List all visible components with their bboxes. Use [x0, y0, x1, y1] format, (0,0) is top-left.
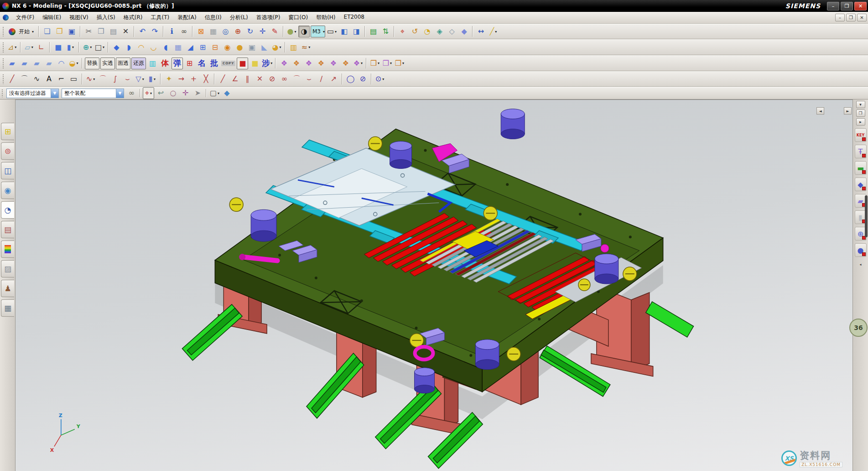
start-button[interactable]: 开始▾ — [6, 26, 36, 37]
variational-sweep-button[interactable]: ◡ — [148, 42, 159, 53]
circle-button[interactable]: ◯ — [345, 73, 356, 85]
mirror-feature-button[interactable]: ⊟ — [209, 42, 221, 53]
tube-button[interactable]: ◖ — [160, 42, 172, 53]
section-surface-caret-icon[interactable]: ▾ — [76, 61, 78, 65]
wcs-triad[interactable]: Z Y X — [50, 413, 81, 454]
selection-swap-button[interactable]: ↩ — [155, 87, 166, 99]
copy-button[interactable]: ❒ — [95, 26, 107, 37]
zoom-window-button[interactable]: ◎ — [220, 26, 231, 37]
undo-button[interactable]: ↶ — [137, 26, 148, 37]
materials-tab[interactable] — [1, 241, 14, 258]
thread-caret-icon[interactable]: ▾ — [308, 45, 310, 49]
assembly-delete-caret-icon[interactable]: ▾ — [361, 61, 363, 65]
cyan-stripes-button[interactable]: ▥ — [147, 58, 158, 69]
history-tab[interactable]: ◔ — [1, 201, 14, 219]
inferred-line-button[interactable]: ∠ — [229, 73, 241, 85]
menu-item-3[interactable]: 插入(S) — [93, 12, 120, 23]
menu-item-12[interactable]: ET2008 — [340, 12, 369, 23]
datum-plane-caret-icon[interactable]: ▾ — [31, 45, 33, 49]
two-circles-button[interactable]: ∞ — [279, 73, 290, 85]
wcs-orient-button[interactable]: ⌖ — [397, 26, 408, 37]
selection-scope-caret-icon[interactable]: ▼ — [116, 89, 124, 98]
center-target-button[interactable]: ⊞ — [184, 58, 195, 69]
cross-line-button[interactable]: ✕ — [254, 73, 265, 85]
menu-item-4[interactable]: 格式(R) — [120, 12, 147, 23]
red-cube-button[interactable]: ■ — [237, 58, 248, 69]
point-snap-caret-icon[interactable]: ▾ — [150, 91, 152, 95]
fill-window-button[interactable]: ▦ — [208, 26, 219, 37]
touch-tab[interactable]: ▦ — [1, 299, 14, 317]
delete-button[interactable]: ✕ — [120, 26, 131, 37]
sketch-caret-icon[interactable]: ▾ — [15, 45, 16, 49]
spring-char-button[interactable]: 弹 — [172, 58, 183, 69]
revolve-button[interactable]: ◗ — [123, 42, 135, 53]
assembly-copy-caret-icon[interactable]: ▾ — [378, 61, 379, 65]
batch-char-button[interactable]: 批 — [208, 58, 220, 69]
corner-line-button[interactable]: ∕ — [316, 73, 327, 85]
circle-tangent-button[interactable]: ⊘ — [266, 73, 278, 85]
rotate-view-button[interactable]: ↻ — [244, 26, 256, 37]
thread-button[interactable]: ≈▾ — [300, 42, 312, 53]
sweep-along-guide-button[interactable]: ◠ — [135, 42, 147, 53]
panel-restore-button[interactable]: ❐ — [856, 110, 865, 117]
visualization-button[interactable]: ◈ — [434, 26, 445, 37]
section-surface-button[interactable]: ◒▾ — [68, 58, 79, 69]
circle-diameter-button[interactable]: ⊘ — [357, 73, 369, 85]
trim-body-button[interactable]: ◢ — [185, 42, 196, 53]
move-to-layer-button[interactable]: ⇅ — [380, 26, 391, 37]
menu-item-0[interactable]: 文件(F) — [12, 12, 38, 23]
arc-button[interactable]: ⌒ — [19, 73, 30, 85]
through-curves-button[interactable]: ▰ — [19, 58, 30, 69]
reuse-bolt-button[interactable]: Ŧ — [855, 145, 867, 158]
spline-fit-button[interactable]: ∿▾ — [85, 73, 96, 85]
edit-section-button[interactable]: ✎ — [269, 26, 281, 37]
cut-button[interactable]: ✂ — [83, 26, 94, 37]
yellow-cube-button[interactable]: ■ — [249, 58, 260, 69]
marquee-select-button[interactable]: ▢▾ — [209, 87, 220, 99]
wcs-dynamics-button[interactable]: ↺ — [409, 26, 421, 37]
interference-char-button[interactable]: 涉▾ — [261, 58, 273, 69]
snap-hand-button[interactable]: ➤ — [192, 87, 203, 99]
zoom-in-out-button[interactable]: ⊕ — [232, 26, 244, 37]
open-file-button[interactable]: ❐ — [54, 26, 65, 37]
extract-curve-button[interactable]: ▮▾ — [146, 73, 158, 85]
shaded-display-button[interactable]: ◑ — [298, 26, 310, 37]
unite-button[interactable]: ⊕▾ — [82, 42, 93, 53]
child-restore-button[interactable]: ❐ — [846, 14, 856, 21]
snap-arrow-button[interactable]: → — [176, 73, 187, 85]
roles-tab[interactable]: ▨ — [1, 260, 14, 277]
project-curve-button[interactable]: ▽▾ — [134, 73, 146, 85]
internet-explorer-tab[interactable]: ◉ — [1, 182, 14, 199]
clip-section-left-button[interactable]: ◧ — [338, 26, 350, 37]
part-navigator-tab[interactable]: ◫ — [1, 162, 14, 179]
panel-collapse-button[interactable]: ◂ — [858, 262, 863, 268]
menu-item-11[interactable]: 帮助(H) — [312, 12, 339, 23]
immediate-hide-button[interactable]: ◆ — [458, 26, 470, 37]
cylinder-button[interactable]: ▮▾ — [65, 42, 76, 53]
edge-blend-caret-icon[interactable]: ▾ — [279, 45, 281, 49]
unite-caret-icon[interactable]: ▾ — [90, 45, 92, 49]
point-snap-button[interactable]: ⌖▾ — [143, 87, 154, 99]
assembly-dimension-caret-icon[interactable]: ▾ — [402, 61, 404, 65]
pocket-button[interactable]: ▣ — [246, 42, 258, 53]
new-file-button[interactable]: ❏ — [42, 26, 53, 37]
die-assembly-model[interactable]: NO STEP — [16, 100, 852, 471]
toolbar-grip[interactable] — [2, 42, 5, 52]
assembly-swap-button[interactable]: ❖ — [315, 58, 327, 69]
child-minimize-button[interactable]: – — [835, 14, 845, 21]
arrow-up-button[interactable]: ↗ — [328, 73, 339, 85]
interference-char-caret-icon[interactable]: ▾ — [270, 61, 272, 65]
replace-button[interactable]: 替换 — [85, 58, 99, 69]
material-sphere-caret-icon[interactable]: ▾ — [294, 30, 296, 34]
assembly-dimension-button[interactable]: ❒▾ — [394, 58, 405, 69]
menu-item-2[interactable]: 视图(V) — [65, 12, 93, 23]
shell-button[interactable]: ▥ — [288, 42, 299, 53]
assembly-drag-button[interactable]: ❖ — [303, 58, 314, 69]
assembly-cylinder-button[interactable]: ❖ — [340, 58, 351, 69]
selection-scope-dropdown[interactable]: 整个装配 ▼ — [62, 89, 124, 98]
datum-plane-button[interactable]: ▱▾ — [23, 42, 35, 53]
assembly-cone-button[interactable]: ❖ — [327, 58, 339, 69]
sheet-button[interactable]: □▾ — [94, 42, 105, 53]
basic-line-button[interactable]: ╱ — [217, 73, 229, 85]
assembly-arrange-button[interactable]: ❖ — [291, 58, 302, 69]
